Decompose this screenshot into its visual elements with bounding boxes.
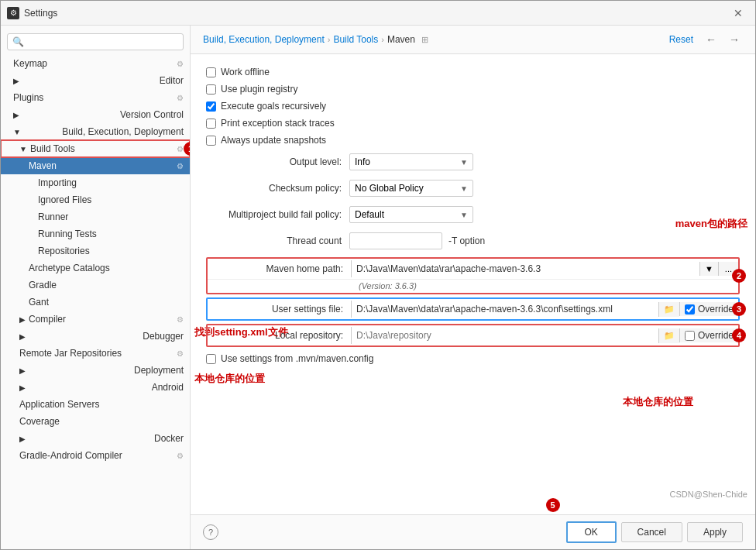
local-repository-input[interactable] — [351, 327, 658, 344]
thread-count-label: Thread count — [206, 235, 349, 246]
bottom-bar: ? 5 OK Cancel Apply — [191, 514, 755, 549]
content-area: Build, Execution, Deployment › Build Too… — [191, 26, 755, 549]
user-settings-browse-btn[interactable]: 📁 — [658, 302, 679, 317]
checksum-policy-control: No Global Policy ▼ — [349, 180, 740, 197]
apply-button[interactable]: Apply — [687, 522, 743, 542]
user-settings-row: User settings file: 📁 Override — [208, 299, 738, 319]
sidebar-item-ignored-files[interactable]: Ignored Files — [1, 191, 190, 208]
gear-icon: ⚙ — [177, 452, 184, 460]
annotation-1: 1 — [184, 142, 191, 156]
thread-count-input[interactable] — [349, 232, 442, 249]
checksum-policy-value: No Global Policy — [355, 183, 424, 194]
output-level-row: Output level: Info ▼ — [206, 152, 740, 172]
sidebar-item-gant[interactable]: Gant — [1, 294, 190, 311]
multiproject-fail-label: Multiproject build fail policy: — [206, 209, 349, 220]
sidebar-item-maven[interactable]: Maven ⚙ — [1, 157, 190, 174]
dropdown-arrow: ▼ — [460, 184, 468, 193]
sidebar-item-application-servers[interactable]: Application Servers — [1, 396, 190, 413]
sidebar-item-running-tests[interactable]: Running Tests — [1, 225, 190, 242]
action-buttons: 5 OK Cancel Apply — [566, 521, 743, 543]
titlebar-left: ⚙ Settings — [7, 7, 57, 19]
sidebar-item-compiler[interactable]: ▶ Compiler ⚙ — [1, 311, 190, 328]
breadcrumb-build-tools[interactable]: Build Tools — [333, 34, 378, 45]
thread-count-control: -T option — [349, 232, 740, 249]
user-settings-control: 📁 Override — [351, 301, 738, 318]
reset-button[interactable]: Reset — [666, 33, 696, 46]
maven-version-hint: (Version: 3.6.3) — [208, 279, 738, 293]
local-repository-override-checkbox[interactable] — [685, 331, 695, 341]
multiproject-fail-select[interactable]: Default ▼ — [349, 206, 473, 223]
help-button[interactable]: ? — [203, 524, 218, 540]
cancel-button[interactable]: Cancel — [621, 522, 682, 542]
close-button[interactable]: ✕ — [727, 4, 749, 22]
use-plugin-registry-label: Use plugin registry — [221, 84, 297, 95]
user-settings-override: Override — [679, 302, 738, 316]
use-mvn-settings-label: Use settings from .mvn/maven.config — [221, 353, 373, 364]
execute-goals-checkbox[interactable] — [206, 101, 216, 112]
sidebar-item-archetype-catalogs[interactable]: Archetype Catalogs — [1, 260, 190, 277]
settings-window: ⚙ Settings ✕ 🔍 Keymap ⚙ ▶ Editor Plu — [0, 0, 756, 550]
breadcrumb-build-exec-deploy[interactable]: Build, Execution, Deployment — [203, 34, 325, 45]
breadcrumb-icon: ⊞ — [421, 35, 428, 45]
update-snapshots-checkbox[interactable] — [206, 136, 216, 146]
output-level-control: Info ▼ — [349, 153, 740, 170]
checkbox-execute-goals: Execute goals recursively — [206, 101, 740, 112]
sidebar-item-plugins[interactable]: Plugins ⚙ — [1, 89, 190, 106]
local-repository-override-label: Override — [698, 330, 734, 341]
sidebar-item-remote-jar-repos[interactable]: Remote Jar Repositories ⚙ — [1, 345, 190, 362]
sidebar-item-android[interactable]: ▶ Android — [1, 379, 190, 396]
sidebar-item-repositories[interactable]: Repositories — [1, 242, 190, 260]
use-plugin-registry-checkbox[interactable] — [206, 84, 216, 95]
window-title: Settings — [24, 8, 57, 19]
annotation-4: 4 — [732, 328, 746, 342]
app-icon: ⚙ — [7, 7, 19, 19]
maven-home-browse-btn[interactable]: ▼ — [699, 262, 718, 276]
gear-icon: ⚙ — [177, 60, 184, 68]
maven-home-path-input[interactable] — [352, 260, 699, 277]
output-level-label: Output level: — [206, 156, 349, 167]
search-input[interactable] — [27, 36, 178, 47]
sidebar-item-coverage[interactable]: Coverage — [1, 413, 190, 430]
forward-button[interactable]: → — [726, 32, 743, 47]
checkbox-use-mvn-settings: Use settings from .mvn/maven.config — [206, 353, 740, 364]
checksum-policy-select[interactable]: No Global Policy ▼ — [349, 180, 473, 197]
breadcrumb-bar: Build, Execution, Deployment › Build Too… — [191, 26, 755, 54]
local-repository-override: Override — [679, 328, 738, 342]
user-settings-override-checkbox[interactable] — [685, 304, 695, 315]
sidebar-item-runner[interactable]: Runner — [1, 208, 190, 225]
search-container: 🔍 — [7, 33, 184, 50]
local-repository-row: Local repository: 📁 Override — [208, 325, 738, 345]
titlebar: ⚙ Settings ✕ — [1, 1, 755, 26]
sidebar-item-version-control[interactable]: ▶ Version Control — [1, 106, 190, 123]
sidebar-item-deployment[interactable]: ▶ Deployment — [1, 362, 190, 379]
output-level-select[interactable]: Info ▼ — [349, 153, 473, 170]
sidebar-item-debugger[interactable]: ▶ Debugger — [1, 328, 190, 345]
print-exceptions-label: Print exception stack traces — [221, 118, 335, 129]
sidebar-item-keymap[interactable]: Keymap ⚙ — [1, 55, 190, 72]
settings-content: Work offline Use plugin registry Execute… — [191, 54, 755, 514]
multiproject-fail-value: Default — [355, 209, 384, 220]
ok-button[interactable]: OK — [566, 521, 617, 543]
gear-icon: ⚙ — [177, 315, 184, 324]
work-offline-checkbox[interactable] — [206, 67, 216, 77]
sidebar-item-importing[interactable]: Importing — [1, 174, 190, 191]
checkbox-update-snapshots: Always update snapshots — [206, 135, 740, 146]
sidebar-item-editor[interactable]: ▶ Editor — [1, 72, 190, 89]
gear-icon: ⚙ — [177, 94, 184, 102]
use-mvn-settings-checkbox[interactable] — [206, 354, 216, 364]
back-button[interactable]: ← — [703, 32, 720, 47]
sidebar-item-gradle-android-compiler[interactable]: Gradle-Android Compiler ⚙ — [1, 447, 190, 464]
local-repository-control: 📁 Override — [351, 327, 738, 344]
maven-home-path-row: Maven home path: ▼ ... — [208, 259, 738, 279]
maven-home-path-section: Maven home path: ▼ ... (Version: 3.6.3) … — [206, 257, 740, 294]
local-repository-browse-btn[interactable]: 📁 — [658, 328, 679, 343]
print-exceptions-checkbox[interactable] — [206, 119, 216, 129]
sidebar-item-build-tools[interactable]: ▼ Build Tools ⚙ 1 — [1, 140, 190, 157]
checkbox-plugin-registry: Use plugin registry — [206, 84, 740, 95]
user-settings-input[interactable] — [351, 301, 658, 318]
sidebar-item-gradle[interactable]: Gradle — [1, 277, 190, 294]
breadcrumb-actions: Reset ← → — [666, 32, 743, 47]
watermark: CSDN@Shen-Chide — [670, 490, 747, 499]
sidebar-item-docker[interactable]: ▶ Docker — [1, 430, 190, 447]
sidebar-item-build-exec-deploy[interactable]: ▼ Build, Execution, Deployment — [1, 123, 190, 140]
